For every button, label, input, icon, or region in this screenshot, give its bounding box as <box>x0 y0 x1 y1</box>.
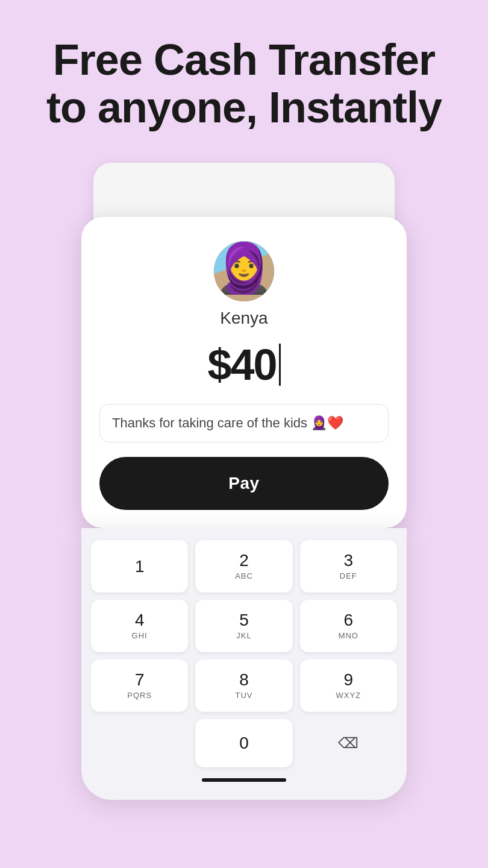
key-8[interactable]: 8 TUV <box>195 659 292 712</box>
payment-card: Kenya $40 Pay <box>81 217 407 528</box>
key-4[interactable]: 4 GHI <box>91 600 188 652</box>
recipient-name: Kenya <box>220 309 267 328</box>
phone-container: Kenya $40 Pay 1 2 ABC <box>81 181 407 800</box>
pay-button[interactable]: Pay <box>99 457 389 510</box>
key-3[interactable]: 3 DEF <box>300 540 397 593</box>
keyboard-grid: 1 2 ABC 3 DEF 4 GHI 5 JKL <box>91 540 397 767</box>
avatar-section: Kenya <box>99 241 389 328</box>
keyboard-section: 1 2 ABC 3 DEF 4 GHI 5 JKL <box>81 528 407 800</box>
message-input[interactable] <box>99 404 389 442</box>
delete-icon: ⌫ <box>338 735 358 752</box>
cursor-bar <box>279 344 281 386</box>
avatar-face <box>214 241 274 301</box>
key-2[interactable]: 2 ABC <box>195 540 292 593</box>
key-5[interactable]: 5 JKL <box>195 600 292 652</box>
amount-section: $40 <box>99 340 389 389</box>
key-1[interactable]: 1 <box>91 540 188 593</box>
header-title: Free Cash Transfer to anyone, Instantly <box>24 36 464 131</box>
delete-button[interactable]: ⌫ <box>300 719 397 767</box>
key-9[interactable]: 9 WXYZ <box>300 659 397 712</box>
amount-display: $40 <box>207 340 276 389</box>
key-empty <box>91 719 188 767</box>
key-0[interactable]: 0 <box>195 719 292 767</box>
home-indicator <box>202 778 286 782</box>
page-background: Free Cash Transfer to anyone, Instantly … <box>0 0 488 149</box>
key-6[interactable]: 6 MNO <box>300 600 397 652</box>
header-section: Free Cash Transfer to anyone, Instantly <box>0 0 488 149</box>
key-7[interactable]: 7 PQRS <box>91 659 188 712</box>
avatar <box>214 241 274 301</box>
